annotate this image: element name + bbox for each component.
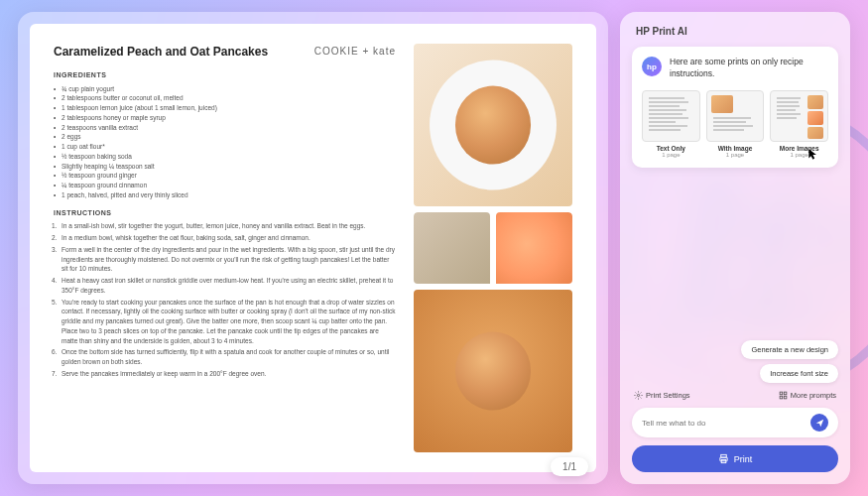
ingredient-item: 2 tablespoons butter or coconut oil, mel… [62, 93, 396, 103]
instruction-item: In a medium bowl, whisk together the oat… [62, 233, 396, 243]
print-option-text-only[interactable]: Text Only 1 page [642, 90, 700, 158]
print-options-row: Text Only 1 page With Image 1 page [642, 90, 828, 158]
instruction-item: Heat a heavy cast iron skillet or nonsti… [62, 276, 396, 296]
cursor-icon [806, 148, 820, 162]
ai-side-panel: HP Print AI hp Here are some prints on o… [620, 12, 850, 484]
ingredient-item: 2 eggs [62, 132, 396, 142]
instruction-item: Serve the pancakes immediately or keep w… [62, 369, 396, 379]
document-image-column [414, 44, 572, 452]
page-indicator[interactable]: 1/1 [551, 457, 588, 476]
ingredient-item: ¼ teaspoon ground cinnamon [62, 181, 396, 190]
document-text-column: Caramelized Peach and Oat Pancakes COOKI… [54, 44, 396, 452]
prompt-input[interactable] [642, 419, 810, 428]
svg-rect-5 [784, 396, 787, 399]
ingredient-item: 1 tablespoon lemon juice (about 1 small … [62, 103, 396, 113]
printer-icon [718, 453, 729, 464]
ai-message-text: Here are some prints on only recipe inst… [670, 57, 828, 80]
svg-rect-4 [780, 396, 783, 399]
ingredient-item: ¾ cup plain yogurt [62, 84, 396, 94]
print-option-more-images[interactable]: More Images 1 page [770, 90, 828, 158]
print-option-sub: 1 page [642, 152, 700, 158]
grid-icon [779, 391, 788, 400]
recipe-title: Caramelized Peach and Oat Pancakes [54, 44, 268, 61]
ingredient-item: Slightly heaping ¼ teaspoon salt [62, 162, 396, 172]
more-prompts-link[interactable]: More prompts [779, 391, 836, 400]
ai-panel-title: HP Print AI [632, 24, 838, 39]
action-row: Print Settings More prompts [632, 391, 838, 400]
ingredient-item: 1 peach, halved, pitted and very thinly … [62, 190, 396, 200]
svg-point-1 [637, 394, 639, 396]
document-preview-panel: Caramelized Peach and Oat Pancakes COOKI… [18, 12, 608, 484]
suggestion-chips: Generate a new design Increase font size [632, 340, 838, 383]
brand-label: COOKIE + kate [314, 45, 396, 59]
print-option-with-image[interactable]: With Image 1 page [706, 90, 765, 158]
recipe-bowl-image [414, 212, 490, 285]
instructions-heading: Instructions [54, 208, 396, 218]
instruction-item: Form a well in the center of the dry ing… [62, 245, 396, 274]
suggestion-chip-font-size[interactable]: Increase font size [760, 364, 838, 383]
ingredient-item: 1 cup oat flour* [62, 142, 396, 152]
ai-message-card: hp Here are some prints on only recipe i… [632, 47, 838, 168]
recipe-hero-image [414, 44, 572, 206]
svg-rect-3 [784, 392, 787, 395]
suggestion-chip-new-design[interactable]: Generate a new design [741, 340, 838, 359]
instruction-item: In a small-ish bowl, stir together the y… [62, 221, 396, 231]
hp-avatar-icon: hp [642, 57, 662, 76]
ingredient-item: ½ teaspoon baking soda [62, 152, 396, 162]
instruction-item: Once the bottom side has turned sufficie… [62, 347, 396, 367]
recipe-pancake-image [414, 290, 572, 452]
print-settings-link[interactable]: Print Settings [634, 391, 690, 400]
document-page[interactable]: Caramelized Peach and Oat Pancakes COOKI… [30, 24, 596, 472]
send-button[interactable] [810, 414, 828, 432]
gear-icon [634, 391, 643, 400]
ingredient-list: ¾ cup plain yogurt 2 tablespoons butter … [54, 84, 396, 200]
prompt-input-row [632, 408, 838, 437]
svg-rect-2 [780, 392, 783, 395]
recipe-image-row [414, 212, 572, 285]
ingredient-item: ½ teaspoon ground ginger [62, 171, 396, 181]
ingredient-item: 2 teaspoons vanilla extract [62, 123, 396, 133]
print-option-sub: 1 page [706, 152, 765, 158]
print-button[interactable]: Print [632, 445, 838, 472]
recipe-peach-image [496, 212, 572, 285]
instruction-item: You're ready to start cooking your panca… [62, 298, 396, 346]
ingredient-item: 2 tablespoons honey or maple syrup [62, 113, 396, 123]
ingredients-heading: Ingredients [54, 70, 396, 80]
print-option-label: With Image [706, 145, 765, 152]
send-icon [815, 419, 824, 428]
print-option-label: Text Only [642, 145, 700, 152]
instruction-list: In a small-ish bowl, stir together the y… [54, 221, 396, 378]
